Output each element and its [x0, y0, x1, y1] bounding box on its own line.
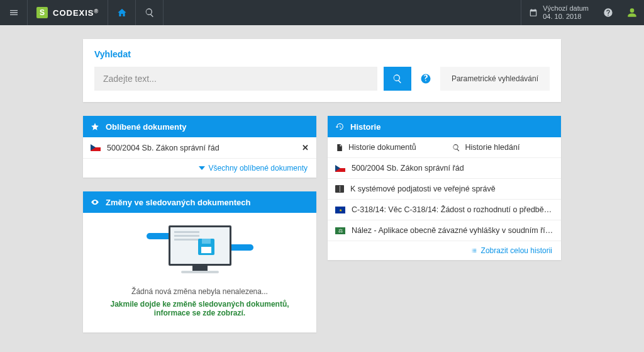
flag-cz-icon	[335, 165, 345, 172]
favorites-all-link[interactable]: Všechny oblíbené dokumenty	[83, 159, 316, 178]
monitor-illustration	[164, 225, 236, 276]
history-tab-documents[interactable]: Historie dokumentů	[328, 137, 445, 157]
parametric-search-button[interactable]: Parametrické vyhledávání	[440, 67, 550, 91]
user-button[interactable]	[620, 0, 644, 25]
search-title: Vyhledat	[94, 49, 550, 59]
search-icon	[145, 8, 155, 18]
favorite-remove-button[interactable]: ✕	[302, 143, 309, 152]
history-item-label: C-318/14: Věc C-318/14: Žádost o rozhodn…	[352, 205, 553, 214]
list-icon	[471, 247, 477, 254]
date-selector[interactable]: Výchozí datum 04. 10. 2018	[521, 0, 596, 25]
favorite-item-label: 500/2004 Sb. Zákon správní řád	[107, 144, 296, 152]
question-circle-icon	[420, 73, 431, 84]
search-submit-button[interactable]	[384, 67, 411, 91]
history-item[interactable]: ⚖ Nález - Aplikace obecně závazné vyhláš…	[328, 220, 561, 241]
calendar-icon	[529, 8, 538, 17]
topbar-search-button[interactable]	[136, 0, 164, 25]
changes-panel: Změny ve sledovaných dokumentech	[83, 191, 316, 332]
history-item-label: Nález - Aplikace obecně závazné vyhlášky…	[352, 226, 553, 235]
help-icon	[603, 8, 613, 18]
search-icon	[452, 144, 460, 152]
app-logo[interactable]: S CODEXIS®	[28, 0, 108, 25]
logo-badge: S	[36, 7, 48, 18]
history-icon	[335, 122, 344, 131]
logo-text: CODEXIS®	[53, 8, 99, 18]
search-icon	[392, 74, 402, 84]
home-icon	[117, 8, 127, 18]
date-value: 04. 10. 2018	[543, 13, 589, 21]
user-icon	[627, 8, 637, 18]
eye-icon	[91, 198, 99, 207]
search-card: Vyhledat Parametrické vyhledávání	[83, 39, 561, 102]
history-item[interactable]: K systémové podjatosti ve veřejné správě	[328, 179, 561, 200]
favorites-panel: Oblíbené dokumenty 500/2004 Sb. Zákon sp…	[83, 116, 316, 178]
history-tab-search[interactable]: Historie hledání	[445, 137, 562, 157]
date-label: Výchozí datum	[543, 4, 589, 13]
date-text: Výchozí datum 04. 10. 2018	[543, 4, 589, 21]
flag-eu-icon: ★	[335, 207, 345, 213]
changes-header: Změny ve sledovaných dokumentech	[83, 191, 316, 213]
history-item-label: 500/2004 Sb. Zákon správní řád	[352, 164, 553, 173]
book-icon	[335, 185, 344, 193]
history-tabs: Historie dokumentů Historie hledání	[328, 137, 561, 158]
caret-down-icon	[199, 165, 205, 171]
changes-title: Změny ve sledovaných dokumentech	[106, 198, 250, 207]
menu-button[interactable]	[0, 0, 28, 25]
favorite-item[interactable]: 500/2004 Sb. Zákon správní řád ✕	[83, 137, 316, 159]
favorites-header: Oblíbené dokumenty	[83, 116, 316, 137]
history-all-link[interactable]: Zobrazit celou historii	[328, 241, 561, 260]
history-title: Historie	[350, 122, 380, 132]
history-item-label: K systémové podjatosti ve veřejné správě	[350, 185, 553, 193]
topbar: S CODEXIS® Výchozí datum 04. 10. 2018	[0, 0, 644, 25]
search-help-button[interactable]	[418, 67, 434, 91]
changes-empty-text: Žádná nová změna nebyla nenalezena...	[93, 287, 306, 296]
flag-green-icon: ⚖	[335, 227, 345, 234]
flag-cz-icon	[91, 144, 101, 151]
history-item[interactable]: 500/2004 Sb. Zákon správní řád	[328, 158, 561, 179]
document-icon	[335, 144, 343, 152]
home-button[interactable]	[108, 0, 136, 25]
favorites-title: Oblíbené dokumenty	[106, 122, 187, 132]
hamburger-icon	[9, 8, 19, 18]
history-panel: Historie Historie dokumentů Historie hle…	[328, 116, 561, 260]
search-input[interactable]	[94, 67, 377, 91]
changes-body: Žádná nová změna nebyla nenalezena... Ja…	[83, 213, 316, 332]
changes-hint-text: Jakmile dojde ke změně sledovaných dokum…	[93, 300, 306, 317]
help-button[interactable]	[596, 0, 620, 25]
history-item[interactable]: ★ C-318/14: Věc C-318/14: Žádost o rozho…	[328, 200, 561, 220]
history-header: Historie	[328, 116, 561, 137]
star-icon	[91, 122, 99, 131]
